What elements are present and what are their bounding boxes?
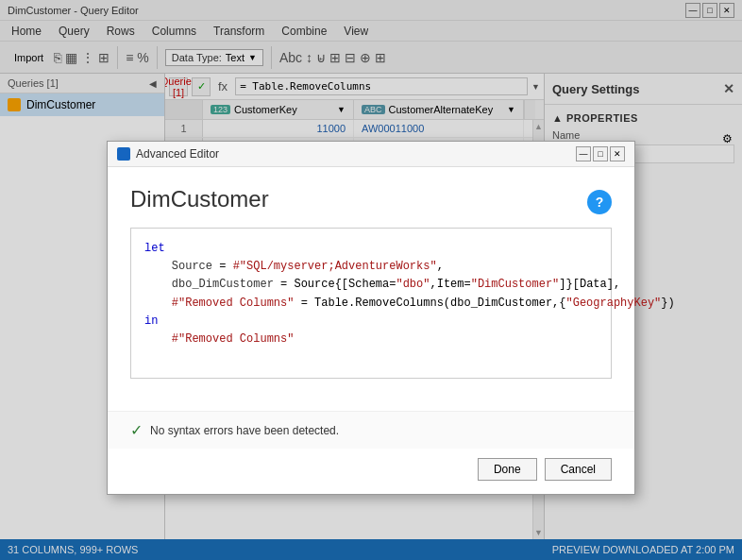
code-schema-str: "dbo" xyxy=(396,278,430,291)
code-geokey-str: "GeographyKey" xyxy=(565,297,661,310)
code-result-str: #"Removed Columns" xyxy=(172,332,295,346)
help-button[interactable]: ? xyxy=(587,190,612,214)
code-line-2: Source = #"SQL/myserver;AdventureWorks", xyxy=(144,258,598,276)
modal-close-button[interactable]: ✕ xyxy=(610,146,625,161)
code-removed-str: #"Removed Columns" xyxy=(172,297,295,310)
modal-title-icon xyxy=(117,147,130,161)
status-message: No syntax errors have been detected. xyxy=(150,424,339,437)
modal-heading: DimCustomer xyxy=(130,186,269,212)
cancel-button[interactable]: Cancel xyxy=(545,458,612,481)
modal-maximize-button[interactable]: □ xyxy=(593,146,608,161)
code-line-4: #"Removed Columns" = Table.RemoveColumns… xyxy=(144,295,598,313)
code-line-5: in xyxy=(144,313,598,331)
keyword-in: in xyxy=(144,314,158,328)
modal-title-bar: Advanced Editor — □ ✕ xyxy=(108,142,634,167)
code-line-3: dbo_DimCustomer = Source{[Schema="dbo",I… xyxy=(144,276,598,294)
status-check-icon: ✓ xyxy=(130,421,143,439)
done-button[interactable]: Done xyxy=(478,458,537,481)
code-editor[interactable]: let Source = #"SQL/myserver;AdventureWor… xyxy=(130,228,612,379)
code-source-var: Source xyxy=(172,260,212,273)
code-dbo-var: dbo_DimCustomer xyxy=(172,278,274,291)
modal-footer: Done Cancel xyxy=(108,449,634,494)
modal-status: ✓ No syntax errors have been detected. xyxy=(108,411,634,449)
code-item-str: "DimCustomer" xyxy=(471,278,560,291)
advanced-editor-modal: Advanced Editor — □ ✕ DimCustomer ? let … xyxy=(107,141,635,495)
modal-minimize-button[interactable]: — xyxy=(576,146,591,161)
code-line-1: let xyxy=(144,240,598,258)
code-source-str: #"SQL/myserver;AdventureWorks" xyxy=(233,260,437,273)
code-line-6: #"Removed Columns" xyxy=(144,331,598,348)
keyword-let: let xyxy=(144,242,165,255)
modal-body: DimCustomer ? let Source = #"SQL/myserve… xyxy=(108,167,634,411)
modal-overlay: Advanced Editor — □ ✕ DimCustomer ? let … xyxy=(0,0,742,560)
modal-title-text: Advanced Editor xyxy=(136,147,576,161)
modal-window-controls: — □ ✕ xyxy=(576,146,625,161)
